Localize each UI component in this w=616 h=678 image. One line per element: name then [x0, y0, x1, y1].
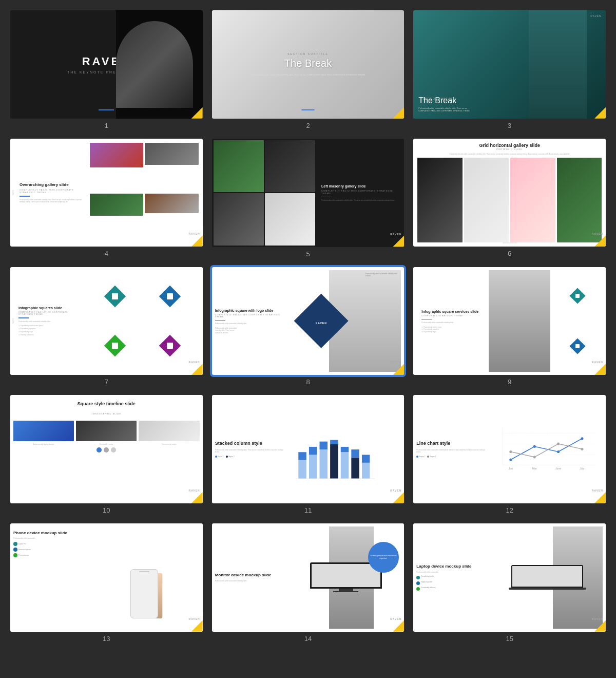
slide-item-8[interactable]: Infographic square with logo slide COMPL…	[212, 267, 405, 386]
slide-10-header: Square style timeline slide INFOGRAPHIC …	[13, 398, 200, 417]
slide-wrapper-15[interactable]: Laptop device mockup slide Professionall…	[413, 523, 606, 632]
slide-6-url: www.themesfolio.net	[503, 242, 517, 244]
svg-point-22	[557, 450, 560, 453]
slide-14-title: Monitor device mockup slide	[215, 573, 288, 578]
slide-number-8: 8	[306, 378, 310, 386]
slide-9-blue-line	[421, 319, 432, 320]
svg-point-20	[509, 459, 512, 461]
slide-wrapper-9[interactable]: Infographic square services slide CORPOR…	[413, 267, 606, 375]
slide-item-4[interactable]: RAVEN Overarching gallery slide COMPLETE…	[10, 139, 203, 258]
slide-item-12[interactable]: Line chart style Professionally while su…	[413, 395, 606, 514]
slide-5-top-row	[214, 140, 315, 192]
slide-10-labels: Astronomically deploy stenaule Continual…	[13, 443, 200, 445]
slide-15-left: Laptop device mockup slide Professionall…	[416, 526, 490, 629]
slide-item-13[interactable]: Phone device mockup slide Professionally…	[10, 523, 203, 643]
slide-5-title: Left masonry gallery slide	[321, 184, 401, 189]
slide-13-dot-1	[13, 542, 17, 546]
slide-9-sub: CORPORATE STRATEGIC THEME	[421, 315, 486, 317]
slide-item-15[interactable]: Laptop device mockup slide Professionall…	[413, 523, 606, 643]
slide-8-extra-desc: Professionally while sustainablereliabil…	[215, 327, 288, 334]
slide-wrapper-5[interactable]: Left masonry gallery slide COMPLETELY FA…	[212, 139, 405, 247]
svg-rect-8	[341, 452, 349, 479]
slide-item-9[interactable]: Infographic square services slide CORPOR…	[413, 267, 606, 386]
slide-wrapper-10[interactable]: Square style timeline slide INFOGRAPHIC …	[10, 395, 203, 503]
slide-6-logo: RAVEN	[592, 232, 603, 235]
slide-item-5[interactable]: Left masonry gallery slide COMPLETELY FA…	[212, 139, 405, 258]
slide-15-feature-2: Highly important	[416, 581, 490, 585]
slide-15-feat-text-2: Highly important	[421, 581, 432, 583]
slide-5-desc: Professionally while sustainable reliabi…	[321, 199, 401, 202]
svg-text:Mar: Mar	[532, 467, 537, 470]
slide-wrapper-14[interactable]: Monitor device mockup slide Professional…	[212, 523, 405, 632]
slide-8-sub: COMPLETELY FACILITIES CORPORATE STRATEGI…	[215, 314, 288, 318]
slide-13-feat-text-3: Port customize	[18, 554, 29, 556]
slide-4-left: Overarching gallery slide COMPLETELY FAC…	[14, 143, 87, 243]
slide-7-sq-2	[144, 273, 197, 320]
slide-15-screen	[512, 566, 582, 587]
slide-item-6[interactable]: Grid horizontal gallery slide PORTFOLIO …	[413, 139, 606, 258]
svg-rect-2	[309, 455, 317, 478]
slide-wrapper-2[interactable]: SECTION SUBTITLE The Break Professionall…	[212, 10, 405, 119]
slide-15-title: Laptop device mockup slide	[416, 564, 490, 569]
slide-7-desc: Professionally while sustainable reliabi…	[18, 321, 83, 323]
slide-2: SECTION SUBTITLE The Break Professionall…	[212, 10, 405, 119]
slide-7-logo: RAVEN	[189, 361, 200, 364]
slide-6-img-1	[417, 158, 462, 243]
slide-item-1[interactable]: RAVEN THE KEYNOTE PRESENTATION 1	[10, 10, 203, 129]
slide-item-14[interactable]: Monitor device mockup slide Professional…	[212, 523, 405, 643]
slide-number-1: 1	[105, 122, 108, 129]
slide-wrapper-13[interactable]: Phone device mockup slide Professionally…	[10, 523, 203, 632]
slide-10-img-2	[76, 421, 137, 441]
slide-15-laptop-base	[509, 588, 586, 590]
slide-10-yellow-corner	[191, 492, 203, 503]
slide-5-img-1	[214, 140, 264, 192]
slide-10-label-1: Astronomically deploy stenaule	[13, 443, 74, 445]
slide-3-content: SECTION SUBTITLE The Break Professionall…	[418, 93, 518, 112]
slide-item-3[interactable]: SECTION SUBTITLE The Break Professionall…	[413, 10, 606, 129]
slide-wrapper-3[interactable]: SECTION SUBTITLE The Break Professionall…	[413, 10, 606, 119]
slide-8-right-text: Professionally while sustainable reliabi…	[365, 273, 399, 277]
svg-rect-7	[330, 440, 338, 444]
slide-7-sq-1	[88, 273, 141, 320]
slide-wrapper-7[interactable]: RAVEN Infographic squares slide COMPLETE…	[10, 267, 203, 375]
slide-1-blue-bar	[99, 109, 114, 110]
slide-13-phone-area	[117, 537, 172, 618]
svg-rect-5	[320, 441, 328, 449]
slide-5: Left masonry gallery slide COMPLETELY FA…	[212, 139, 405, 247]
slide-11-logo: RAVEN	[390, 489, 401, 492]
slide-item-2[interactable]: SECTION SUBTITLE The Break Professionall…	[212, 10, 405, 129]
slide-9-squares	[552, 270, 603, 372]
slide-13-right	[89, 526, 199, 629]
slide-3-desc: Professionally while sustainable reliabi…	[418, 107, 473, 112]
slide-10-img-3	[139, 421, 199, 441]
slide-12-svg: Jan Mar June July	[495, 400, 601, 498]
slide-12-legend: Region 1 Region 2	[416, 456, 490, 458]
slide-wrapper-11[interactable]: Stacked column style Professionally whil…	[212, 395, 405, 503]
slide-11-left: Stacked column style Professionally whil…	[215, 398, 288, 500]
svg-point-26	[557, 443, 560, 445]
slide-wrapper-6[interactable]: Grid horizontal gallery slide PORTFOLIO …	[413, 139, 606, 247]
slide-6-images	[417, 158, 602, 243]
slide-number-15: 15	[506, 635, 513, 643]
slide-2-yellow-corner	[393, 107, 404, 119]
slide-wrapper-12[interactable]: Line chart style Professionally while su…	[413, 395, 606, 503]
slide-15-right	[492, 526, 603, 629]
slide-wrapper-1[interactable]: RAVEN THE KEYNOTE PRESENTATION	[10, 10, 203, 119]
slide-13-features: Layout Pro Immersed options Port customi…	[13, 542, 87, 557]
slide-item-10[interactable]: Square style timeline slide INFOGRAPHIC …	[10, 395, 203, 514]
svg-point-25	[533, 456, 536, 458]
slide-wrapper-8[interactable]: Infographic square with logo slide COMPL…	[212, 267, 405, 375]
slide-9-sq-1	[554, 290, 601, 302]
slide-12-chart: Jan Mar June July	[493, 398, 603, 500]
slide-wrapper-4[interactable]: RAVEN Overarching gallery slide COMPLETE…	[10, 139, 203, 247]
slide-8-diamond-inner: RAVEN	[315, 316, 326, 326]
slide-8-title: Infographic square with logo slide	[215, 308, 288, 313]
slide-item-7[interactable]: RAVEN Infographic squares slide COMPLETE…	[10, 267, 203, 386]
slide-15-logo: RAVEN	[592, 617, 603, 620]
slide-number-3: 3	[508, 122, 511, 129]
slide-item-11[interactable]: Stacked column style Professionally whil…	[212, 395, 405, 514]
slide-10: Square style timeline slide INFOGRAPHIC …	[10, 395, 203, 503]
slide-12-left: Line chart style Professionally while su…	[416, 398, 490, 500]
slide-4-desc: Professionally while sustainable reliabi…	[20, 199, 87, 203]
slide-5-images	[212, 139, 317, 247]
